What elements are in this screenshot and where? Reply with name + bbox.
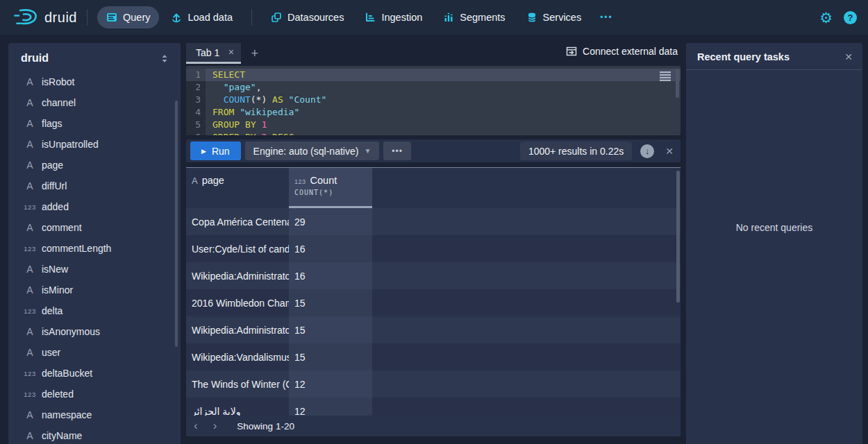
results-scrollbar[interactable] bbox=[676, 171, 680, 302]
cell-page[interactable]: ولاية الجزائر bbox=[186, 398, 289, 416]
sql-editor[interactable]: 1SELECT2 "page",3 COUNT(*) AS "Count"4FR… bbox=[186, 66, 681, 135]
cell-page[interactable]: Wikipedia:Vandalismusm bbox=[186, 343, 289, 370]
nav-item-ingestion[interactable]: Ingestion bbox=[356, 6, 431, 28]
brand-name: druid bbox=[44, 10, 77, 26]
column-label: deleted bbox=[42, 388, 74, 400]
cell-page[interactable]: Wikipedia:Administrator bbox=[186, 316, 289, 343]
add-tab-button[interactable]: + bbox=[241, 46, 268, 61]
sidebar-column-comment[interactable]: Acomment bbox=[8, 217, 181, 238]
results-table: A page 123 Count COUNT(*) Copa América C… bbox=[186, 167, 681, 436]
prev-page-icon[interactable]: ‹ bbox=[186, 419, 206, 433]
download-results-icon[interactable]: ↓ bbox=[640, 144, 654, 158]
connect-external-data-label: Connect external data bbox=[583, 46, 678, 57]
sidebar-column-namespace[interactable]: Anamespace bbox=[8, 404, 181, 425]
nav-item-load-data[interactable]: Load data bbox=[162, 6, 242, 28]
double-caret-sort-icon[interactable] bbox=[160, 53, 169, 64]
code-line-3[interactable]: 3 COUNT(*) AS "Count" bbox=[186, 94, 681, 106]
tab-close-icon[interactable]: ✕ bbox=[228, 48, 234, 57]
table-row[interactable]: User:Cyde/List of candid16 bbox=[186, 235, 681, 262]
cell-count[interactable]: 16 bbox=[289, 235, 372, 262]
cell-count[interactable]: 29 bbox=[289, 208, 372, 235]
nav-item-datasources[interactable]: Datasources bbox=[262, 6, 353, 28]
cell-page[interactable]: The Winds of Winter (Ga bbox=[186, 370, 289, 398]
connect-external-data-button[interactable]: Connect external data bbox=[566, 46, 678, 57]
query-more-button[interactable]: ••• bbox=[383, 142, 411, 160]
code-line-4[interactable]: 4FROM "wikipedia" bbox=[186, 106, 681, 119]
navbar-more-button[interactable]: ••• bbox=[593, 7, 620, 28]
nav-item-label: Services bbox=[543, 12, 582, 23]
ingestion-icon bbox=[365, 12, 376, 23]
sidebar-scrollbar[interactable] bbox=[175, 101, 178, 347]
nav-item-segments[interactable]: Segments bbox=[434, 6, 514, 28]
table-row[interactable]: Copa América Centenar29 bbox=[186, 208, 681, 235]
cell-page[interactable]: Copa América Centenar bbox=[186, 208, 289, 235]
column-header-page[interactable]: A page bbox=[186, 168, 289, 208]
clear-results-icon[interactable]: ✕ bbox=[662, 146, 676, 157]
editor-scrollbar[interactable] bbox=[676, 69, 679, 98]
sidebar-column-deleted[interactable]: 123deleted bbox=[8, 384, 181, 404]
sidebar-column-isNew[interactable]: AisNew bbox=[8, 259, 181, 280]
cell-page[interactable]: User:Cyde/List of candid bbox=[186, 235, 289, 262]
table-row[interactable]: Wikipedia:Administrator16 bbox=[186, 262, 681, 289]
sidebar-column-user[interactable]: Auser bbox=[8, 342, 181, 363]
string-type-icon: A bbox=[21, 409, 39, 420]
sidebar-column-isUnpatrolled[interactable]: AisUnpatrolled bbox=[8, 134, 181, 155]
sidebar-column-isAnonymous[interactable]: AisAnonymous bbox=[8, 321, 181, 342]
code-line-1[interactable]: 1SELECT bbox=[186, 69, 681, 81]
next-page-icon[interactable]: › bbox=[206, 419, 225, 433]
nav-item-services[interactable]: Services bbox=[517, 6, 591, 28]
column-name: page bbox=[202, 175, 224, 186]
druid-brand[interactable]: druid bbox=[11, 6, 77, 28]
cell-page[interactable]: 2016 Wimbledon Champ bbox=[186, 289, 289, 316]
editor-menu-icon[interactable] bbox=[660, 71, 671, 81]
column-expression: COUNT(*) bbox=[294, 189, 367, 196]
table-row[interactable]: ولاية الجزائر12 bbox=[186, 398, 681, 416]
cell-page[interactable]: Wikipedia:Administrator bbox=[186, 262, 289, 289]
sidebar-column-page[interactable]: Apage bbox=[8, 155, 181, 176]
string-type-icon: A bbox=[21, 160, 39, 171]
number-type-icon: 123 bbox=[21, 391, 39, 398]
column-header-count[interactable]: 123 Count COUNT(*) bbox=[289, 168, 372, 208]
sidebar-header[interactable]: druid bbox=[8, 43, 181, 71]
string-type-icon: A bbox=[21, 180, 39, 191]
table-row[interactable]: The Winds of Winter (Ga12 bbox=[186, 370, 681, 398]
datasources-icon bbox=[271, 12, 282, 23]
sidebar-column-cityName[interactable]: AcityName bbox=[8, 425, 181, 444]
number-type-icon: 123 bbox=[21, 307, 39, 315]
nav-item-query[interactable]: Query bbox=[97, 6, 160, 28]
sidebar-column-delta[interactable]: 123delta bbox=[8, 300, 181, 321]
code-line-2[interactable]: 2 "page", bbox=[186, 81, 681, 94]
sidebar-column-isMinor[interactable]: AisMinor bbox=[8, 280, 181, 300]
sidebar-column-channel[interactable]: Achannel bbox=[8, 92, 181, 113]
column-label: isMinor bbox=[42, 284, 73, 296]
sidebar-column-diffUrl[interactable]: AdiffUrl bbox=[8, 176, 181, 196]
column-label: comment bbox=[42, 222, 82, 233]
cell-empty bbox=[372, 370, 681, 398]
cell-count[interactable]: 15 bbox=[289, 343, 372, 370]
sidebar-column-added[interactable]: 123added bbox=[8, 196, 181, 217]
sidebar-column-deltaBucket[interactable]: 123deltaBucket bbox=[8, 363, 181, 384]
close-tasks-panel-icon[interactable]: ✕ bbox=[844, 51, 853, 62]
help-icon[interactable]: ? bbox=[844, 11, 857, 24]
cell-count[interactable]: 15 bbox=[289, 289, 372, 316]
engine-label: Engine: auto (sql-native) bbox=[253, 146, 359, 157]
cell-count[interactable]: 12 bbox=[289, 398, 372, 416]
chevron-down-icon: ▼ bbox=[364, 147, 371, 155]
engine-select-button[interactable]: Engine: auto (sql-native) ▼ bbox=[245, 142, 380, 160]
sidebar-column-isRobot[interactable]: AisRobot bbox=[8, 71, 181, 92]
cell-count[interactable]: 15 bbox=[289, 316, 372, 343]
table-row[interactable]: 2016 Wimbledon Champ15 bbox=[186, 289, 681, 316]
table-row[interactable]: Wikipedia:Administrator15 bbox=[186, 316, 681, 343]
cell-count[interactable]: 16 bbox=[289, 262, 372, 289]
cell-count[interactable]: 12 bbox=[289, 370, 372, 398]
sidebar-column-flags[interactable]: Aflags bbox=[8, 113, 181, 134]
tab-tab1[interactable]: Tab 1 ✕ bbox=[186, 43, 241, 64]
column-label: channel bbox=[42, 97, 76, 108]
code-line-5[interactable]: 5GROUP BY 1 bbox=[186, 119, 681, 131]
gear-icon[interactable]: ⚙ bbox=[819, 10, 833, 25]
code-line-6[interactable]: 6ORDER BY 2 DESC bbox=[186, 131, 681, 135]
code-area: 1SELECT2 "page",3 COUNT(*) AS "Count"4FR… bbox=[186, 66, 681, 135]
table-row[interactable]: Wikipedia:Vandalismusm15 bbox=[186, 343, 681, 370]
run-button[interactable]: ▶ Run bbox=[190, 142, 241, 160]
sidebar-column-commentLength[interactable]: 123commentLength bbox=[8, 238, 181, 259]
